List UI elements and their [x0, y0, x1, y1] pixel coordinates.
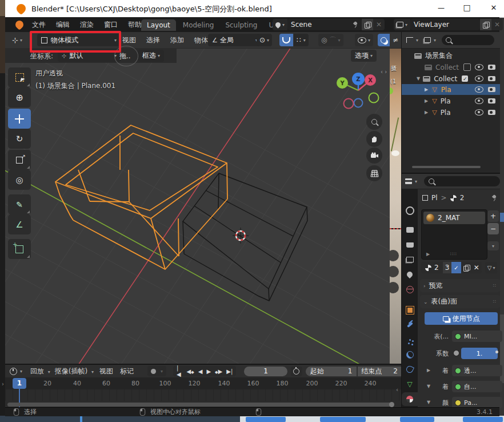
expand-triangle-icon[interactable]: ▶ — [425, 110, 428, 115]
scene-browse-button[interactable]: ▾ — [273, 19, 287, 30]
frame-end-field[interactable]: 结束点 2 — [358, 367, 401, 376]
tool-add-cube[interactable]: + — [8, 239, 31, 259]
outliner-row-scene-collection[interactable]: 场景集合 — [402, 50, 500, 61]
options-dropdown[interactable]: 选项 ▾ — [351, 50, 377, 62]
overlays-toggle-button[interactable] — [378, 34, 390, 46]
shader1-dropdown[interactable]: 透... — [452, 365, 502, 376]
maximize-button[interactable]: □ — [458, 3, 475, 12]
outliner-row-plane-active[interactable]: ▶ ▽ Pla — [402, 84, 500, 95]
render-camera-icon[interactable] — [488, 76, 495, 81]
breadcrumb-object[interactable]: Pl — [431, 194, 438, 202]
panel-preview-header[interactable]: › 预览 ∷ — [420, 279, 500, 292]
editor-type-button[interactable]: ⊹ ▾ — [10, 34, 25, 46]
workspace-tab-sculpting[interactable]: Sculpting — [221, 19, 262, 31]
viewlayer-browse-button[interactable]: ▾ — [394, 19, 410, 30]
tool-transform[interactable]: ◎ — [8, 170, 31, 190]
play-reverse-button[interactable]: ◀ — [197, 368, 205, 375]
snap-settings-dropdown[interactable]: ∷▾ — [294, 34, 309, 46]
viewport-pan-button[interactable] — [366, 131, 382, 147]
animate-dot-icon[interactable] — [495, 351, 498, 353]
transform-orientation-dropdown[interactable]: ∠ 全局 ▾ — [208, 34, 262, 46]
outliner-display-mode-dropdown[interactable]: ▾ — [406, 37, 418, 43]
viewport-zoom-button[interactable] — [366, 114, 382, 130]
next-keyframe-button[interactable]: ◆▶ — [213, 368, 224, 375]
properties-editor-type-button[interactable]: ▾ — [405, 178, 417, 184]
render-camera-icon[interactable] — [488, 110, 495, 115]
panel-surface-header[interactable]: ⌄ 表(曲)面 ∷ — [420, 295, 500, 308]
collection-checkbox-unchecked[interactable] — [463, 63, 471, 71]
tab-world[interactable] — [402, 282, 418, 296]
menu-playback[interactable]: 回放 ▾ — [28, 367, 53, 376]
expand-triangle-icon[interactable]: ▶ — [425, 87, 428, 92]
tab-output[interactable] — [402, 238, 418, 252]
tool-move[interactable] — [8, 109, 31, 129]
shader2-dropdown[interactable]: 自... — [452, 381, 502, 392]
menu-render[interactable]: 渲染 — [75, 20, 99, 30]
outliner-row-plane3[interactable]: ▶ ▽ Pla — [402, 107, 500, 118]
slot-remove-button[interactable]: − — [487, 223, 499, 234]
hide-eye-icon[interactable] — [475, 64, 483, 70]
collection-checkbox-checked[interactable]: ✓ — [462, 75, 468, 82]
menu-window[interactable]: 窗口 — [99, 20, 123, 30]
outliner-hscrollbar[interactable] — [412, 166, 481, 168]
viewport-camera-view-button[interactable] — [366, 148, 382, 164]
prev-keyframe-button[interactable]: ◀◆ — [185, 368, 196, 375]
scrollbar-zoom-handle[interactable] — [389, 402, 394, 407]
scene-new-copy-button[interactable] — [362, 19, 373, 30]
properties-search-field[interactable] — [424, 176, 500, 186]
factor-slider[interactable]: 1. — [461, 348, 498, 359]
frame-start-field[interactable]: 起始 1 — [306, 367, 357, 376]
slot-list-grip[interactable]: ∷∷ — [450, 252, 457, 257]
render-camera-icon[interactable] — [488, 98, 495, 103]
region-expand-arrow[interactable]: › — [2, 381, 4, 387]
tool-cursor[interactable]: ⊕ — [8, 87, 31, 108]
material-copy-button[interactable] — [461, 262, 471, 273]
jump-to-start-button[interactable]: |◀ — [175, 365, 185, 377]
expand-triangle-icon[interactable]: ▼ — [417, 76, 420, 81]
outliner-row-collection-excluded[interactable]: Collect — [402, 62, 500, 73]
viewlayer-name-field[interactable]: ViewLayer — [410, 19, 480, 30]
workspace-tab-layout[interactable]: Layout — [141, 19, 176, 31]
hide-eye-icon[interactable] — [475, 75, 483, 82]
slot-list-expand-icon[interactable]: ▶ — [426, 252, 430, 257]
slot-specials-dropdown[interactable]: ▾ — [487, 241, 499, 250]
gizmo-y-neg[interactable] — [369, 93, 379, 103]
strip-nav-button3[interactable] — [390, 282, 399, 293]
strip-nav-button2[interactable] — [390, 266, 399, 277]
auto-keying-record-button[interactable]: ▾ — [147, 366, 166, 376]
tool-measure[interactable]: ∠ — [8, 214, 31, 234]
play-button[interactable]: ▶ — [205, 368, 213, 375]
pivot-point-dropdown[interactable]: ⊙▾ — [257, 34, 272, 46]
outliner-filter-dropdown[interactable]: ▾ — [424, 37, 436, 43]
hide-eye-icon[interactable] — [475, 98, 483, 104]
gizmo-x-neg[interactable] — [344, 99, 354, 109]
pin-icon[interactable] — [491, 194, 497, 201]
timeline-editor-type-button[interactable]: ▾ — [10, 368, 22, 375]
material-users-button[interactable]: 3 — [443, 262, 452, 273]
material-link-specials-dropdown[interactable]: ▽▾ — [485, 262, 498, 273]
close-button[interactable]: ✕ — [485, 3, 502, 12]
fake-user-shield-button[interactable]: ✓ — [451, 262, 461, 273]
slot-add-button[interactable]: + — [487, 210, 499, 222]
tool-scale[interactable]: ↗ — [8, 150, 31, 170]
region-corner-arrows[interactable]: ‹ › — [381, 69, 387, 75]
box-select-dropdown[interactable]: 框选 ▾ — [138, 50, 164, 62]
menu-viewport-add[interactable]: 添加 — [165, 35, 189, 45]
jump-to-end-button[interactable]: ▶| — [225, 368, 234, 375]
color-dropdown[interactable]: Pa... — [452, 397, 502, 408]
workspace-tab-modeling[interactable]: Modeling — [178, 19, 219, 31]
hide-eye-icon[interactable] — [475, 86, 483, 93]
tab-render[interactable] — [402, 223, 418, 237]
menu-marker[interactable]: 标记 — [117, 367, 137, 376]
viewport-canvas[interactable]: Z X Y — [5, 48, 390, 364]
material-unlink-button[interactable]: ✕ — [471, 262, 482, 273]
expand-triangle-icon[interactable]: ▶ — [425, 98, 428, 103]
pin-icon[interactable] — [353, 21, 358, 28]
timeline-ruler[interactable]: 20 40 60 80 100 120 140 160 180 200 220 … — [5, 377, 401, 389]
proportional-edit-group[interactable]: ◎ ⌒ ▾ — [318, 34, 343, 46]
strip-nav-button1[interactable] — [390, 250, 399, 261]
timeline-hscrollbar[interactable] — [7, 403, 394, 407]
blender-menu-icon[interactable] — [14, 19, 25, 30]
outliner-search-field[interactable] — [442, 35, 494, 45]
scene-unlink-button[interactable]: ✕ — [373, 19, 385, 30]
